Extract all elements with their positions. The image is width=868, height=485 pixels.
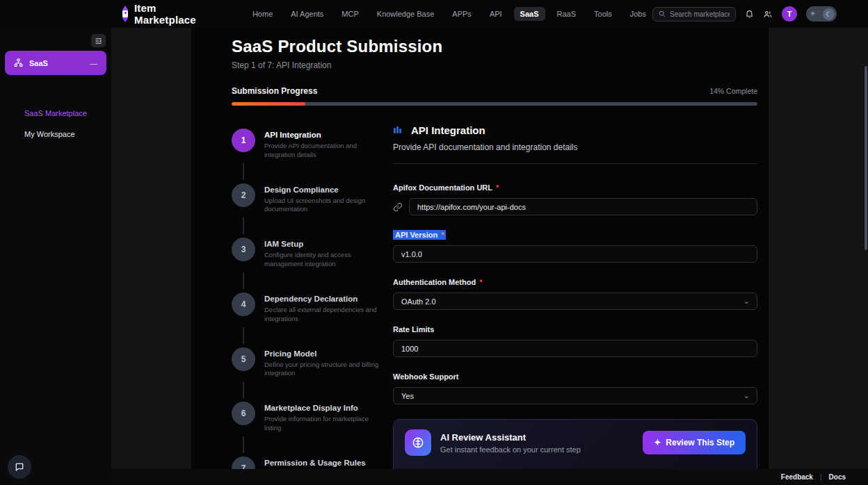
step-item-2[interactable]: 2 Design Compliance Upload UI screenshot… (232, 183, 393, 215)
sidebar-collapse-dash[interactable]: — (90, 59, 97, 67)
field-apifox-url: Apifox Documentation URL* (393, 181, 757, 215)
sitemap-icon (14, 58, 23, 67)
api-version-input[interactable] (393, 245, 757, 263)
progress-track (232, 102, 757, 106)
field-label: Rate Limits (393, 325, 434, 334)
field-auth-method: Authentication Method* OAuth 2.0 ⌄ (393, 275, 757, 310)
sidebar-collapse-icon[interactable] (91, 34, 106, 47)
search-box[interactable] (652, 7, 736, 22)
nav-item-raas[interactable]: RaaS (551, 7, 583, 21)
step-desc: Define your pricing structure and billin… (264, 361, 381, 379)
nav-item-saas[interactable]: SaaS (514, 7, 545, 21)
sidebar-link-saas-marketplace[interactable]: SaaS Marketplace (24, 109, 87, 117)
footer-bar: Feedback | Docs (111, 469, 868, 485)
moon-icon: ☾ (823, 8, 835, 20)
rate-limits-input[interactable] (393, 340, 757, 357)
nav-item-home[interactable]: Home (246, 7, 279, 21)
primary-nav: Home AI Agents MCP Knowledge Base APPs A… (246, 7, 652, 21)
footer-separator: | (820, 473, 822, 481)
progress-label: Submission Progress (232, 86, 317, 96)
chat-bubble-button[interactable] (8, 455, 31, 479)
progress-percent: 14% Complete (709, 87, 757, 95)
step-item-4[interactable]: 4 Dependency Declaration Declare all ext… (232, 293, 393, 324)
columns-icon (393, 126, 402, 135)
page-title: SaaS Product Submission (232, 37, 757, 56)
step-connector (243, 436, 244, 453)
step-title: API Integration (264, 129, 381, 139)
step-title: IAM Setup (264, 238, 381, 248)
step-connector (243, 163, 244, 180)
user-avatar[interactable]: T (782, 6, 797, 22)
chevron-down-icon: ⌄ (744, 297, 750, 306)
step-desc: Configure identity and access management… (264, 251, 381, 269)
apifox-url-input[interactable] (409, 198, 757, 215)
nav-item-api[interactable]: API (483, 7, 508, 21)
step-title: Marketplace Display Info (264, 402, 381, 412)
steps-list: 1 API Integration Provide API documentat… (232, 124, 393, 485)
step-title: Permission & Usage Rules (264, 457, 381, 467)
auth-method-select[interactable]: OAuth 2.0 ⌄ (393, 293, 757, 310)
step-connector (243, 381, 244, 398)
chevron-down-icon: ⌄ (744, 391, 750, 400)
form-divider (393, 163, 757, 164)
sidebar-item-saas[interactable]: SaaS — (5, 51, 106, 75)
sparkles-icon: ✦ (654, 438, 661, 447)
step-number: 5 (232, 347, 255, 371)
brand-title[interactable]: Item Marketplace (134, 2, 196, 26)
review-this-step-button[interactable]: ✦ Review This Step (643, 431, 746, 454)
step-item-3[interactable]: 3 IAM Setup Configure identity and acces… (232, 238, 393, 269)
step-item-1[interactable]: 1 API Integration Provide API documentat… (232, 129, 393, 160)
step-desc: Provide API documentation and integratio… (264, 142, 381, 160)
step-desc: Upload UI screenshots and design documen… (264, 197, 381, 215)
step-number: 6 (232, 402, 255, 425)
step-connector (243, 272, 244, 289)
theme-toggle[interactable]: ☀ ☾ (806, 6, 837, 22)
step-title: Design Compliance (264, 183, 381, 194)
content-panel: SaaS Product Submission Step 1 of 7: API… (191, 28, 769, 469)
step-form: API Integration Provide API documentatio… (393, 124, 757, 485)
sidebar-item-label: SaaS (29, 59, 48, 67)
app-window: Item Marketplace Home AI Agents MCP Know… (0, 0, 868, 485)
progress-fill (232, 102, 305, 106)
field-webhook-support: Webhook Support Yes ⌄ (393, 370, 757, 404)
link-icon (393, 202, 403, 212)
sidebar-link-my-workspace[interactable]: My Workspace (24, 130, 75, 138)
nav-item-jobs[interactable]: Jobs (624, 7, 652, 21)
page-subtitle: Step 1 of 7: API Integration (232, 60, 757, 70)
field-label-highlighted: API Version* (393, 230, 446, 240)
main-area: SaaS Product Submission Step 1 of 7: API… (111, 28, 868, 485)
step-connector (243, 327, 244, 344)
footer-link-docs[interactable]: Docs (829, 473, 846, 481)
sun-icon: ☀ (810, 10, 816, 17)
step-desc: Provide information for marketplace list… (264, 415, 381, 433)
nav-item-tools[interactable]: Tools (588, 7, 618, 21)
field-label: Authentication Method* (393, 278, 482, 286)
nav-item-knowledge-base[interactable]: Knowledge Base (371, 7, 441, 21)
step-title: Pricing Model (264, 347, 381, 358)
topbar-right-group: T ☀ ☾ (652, 6, 837, 22)
submission-progress: Submission Progress 14% Complete (232, 86, 757, 106)
nav-item-apps[interactable]: APPs (446, 7, 478, 21)
step-number: 3 (232, 238, 255, 261)
left-sidebar: SaaS — SaaS Marketplace My Workspace (0, 28, 111, 485)
users-icon[interactable] (763, 10, 773, 19)
brand-logo-icon[interactable] (122, 6, 128, 22)
required-asterisk: * (441, 231, 444, 239)
step-item-5[interactable]: 5 Pricing Model Define your pricing stru… (232, 347, 393, 379)
vertical-scrollbar[interactable] (865, 66, 867, 250)
notifications-bell-icon[interactable] (745, 10, 754, 19)
search-input[interactable] (670, 10, 730, 18)
step-number: 2 (232, 183, 255, 207)
step-title: Dependency Declaration (264, 293, 381, 303)
footer-link-feedback[interactable]: Feedback (781, 473, 813, 481)
field-label: Apifox Documentation URL* (393, 183, 499, 192)
nav-item-ai-agents[interactable]: AI Agents (284, 7, 330, 21)
nav-item-mcp[interactable]: MCP (335, 7, 364, 21)
step-number: 4 (232, 293, 255, 316)
webhook-support-select[interactable]: Yes ⌄ (393, 387, 757, 404)
field-rate-limits: Rate Limits (393, 322, 757, 357)
top-navbar: Item Marketplace Home AI Agents MCP Know… (0, 0, 868, 28)
ai-box-subtitle: Get instant feedback on your current ste… (440, 445, 581, 454)
step-item-6[interactable]: 6 Marketplace Display Info Provide infor… (232, 402, 393, 433)
form-heading: API Integration (411, 124, 485, 136)
